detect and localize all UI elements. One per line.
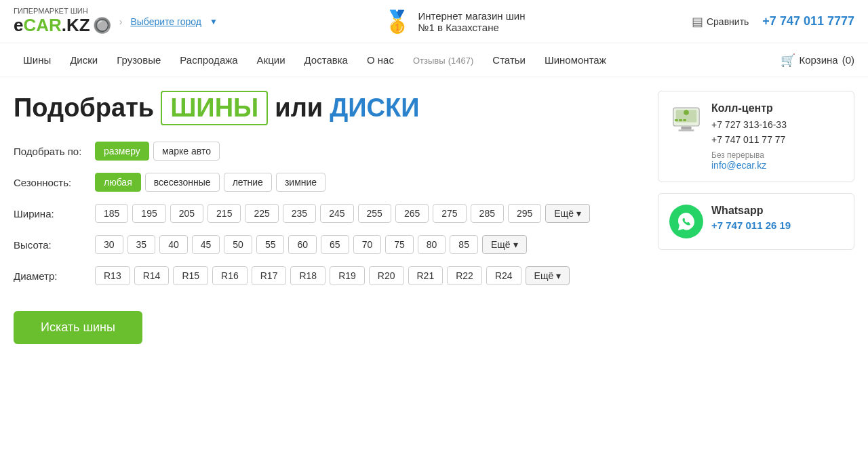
whatsapp-info: Whatsapp +7 747 011 26 19 [711, 205, 791, 231]
diameter-r19[interactable]: R19 [330, 266, 365, 285]
width-285[interactable]: 285 [471, 204, 504, 223]
tagline-line1: Интернет магазин шин [418, 10, 525, 22]
width-255[interactable]: 255 [358, 204, 391, 223]
call-center-title: Колл-центр [711, 102, 787, 114]
diameter-r20[interactable]: R20 [369, 266, 404, 285]
whatsapp-icon [669, 205, 703, 238]
diameter-r22[interactable]: R22 [447, 266, 482, 285]
height-75[interactable]: 75 [385, 235, 414, 254]
width-235[interactable]: 235 [283, 204, 316, 223]
nav-item-dostavka[interactable]: Доставка [295, 50, 357, 70]
search-button[interactable]: Искать шины [14, 311, 142, 344]
logo-main: eCAR.KZ [14, 15, 90, 36]
season-option-all[interactable]: всесезонные [145, 173, 220, 192]
header-left: ГИПЕРМАРКЕТ ШИН eCAR.KZ 🔘 › Выберите гор… [14, 7, 218, 36]
nav-item-shinomontazh[interactable]: Шиномонтаж [535, 50, 616, 70]
height-55[interactable]: 55 [256, 235, 285, 254]
chevron-down-icon: ▾ [576, 208, 581, 219]
nav-item-stati[interactable]: Статьи [483, 50, 535, 70]
call-center-email[interactable]: info@ecar.kz [711, 160, 787, 171]
nav-item-shiny[interactable]: Шины [14, 50, 60, 70]
filter-season-label: Сезонность: [14, 177, 95, 188]
header: ГИПЕРМАРКЕТ ШИН eCAR.KZ 🔘 › Выберите гор… [0, 0, 868, 43]
filter-height: Высота: 30 35 40 45 50 55 60 65 70 75 80… [14, 235, 644, 254]
cart-button[interactable]: 🛒 Корзина (0) [781, 53, 854, 68]
svg-point-4 [684, 110, 689, 115]
width-225[interactable]: 225 [245, 204, 278, 223]
nav-item-o-nas[interactable]: О нас [357, 50, 403, 70]
width-195[interactable]: 195 [132, 204, 165, 223]
filter-width-label: Ширина: [14, 208, 95, 219]
diameter-r17[interactable]: R17 [252, 266, 287, 285]
svg-rect-3 [679, 129, 694, 131]
diameter-r14[interactable]: R14 [134, 266, 170, 285]
call-center-info: Колл-центр +7 727 313-16-33 +7 747 011 7… [711, 102, 787, 171]
diameter-r21[interactable]: R21 [408, 266, 443, 285]
nav-item-diski[interactable]: Диски [60, 50, 107, 70]
nav-item-rasprodazha[interactable]: Распродажа [170, 50, 247, 70]
height-60[interactable]: 60 [288, 235, 317, 254]
height-80[interactable]: 80 [418, 235, 446, 254]
height-85[interactable]: 85 [450, 235, 478, 254]
height-30[interactable]: 30 [95, 235, 123, 254]
width-295[interactable]: 295 [508, 204, 541, 223]
width-215[interactable]: 215 [208, 204, 241, 223]
width-185[interactable]: 185 [95, 204, 128, 223]
height-more-button[interactable]: Ещё ▾ [482, 235, 527, 254]
heading-diski: ДИСКИ [330, 93, 419, 123]
logo-tagline: ГИПЕРМАРКЕТ ШИН [14, 7, 111, 15]
width-more-button[interactable]: Ещё ▾ [545, 204, 590, 223]
height-45[interactable]: 45 [192, 235, 220, 254]
season-options: любая всесезонные летние зимние [95, 173, 326, 192]
width-265[interactable]: 265 [395, 204, 429, 223]
height-70[interactable]: 70 [353, 235, 382, 254]
diameter-options: R13 R14 R15 R16 R17 R18 R19 R20 R21 R22 … [95, 266, 570, 285]
header-phone[interactable]: +7 747 011 7777 [762, 14, 854, 28]
diameter-r24[interactable]: R24 [486, 266, 521, 285]
page-heading: Подобрать ШИНЫ или ДИСКИ [14, 91, 644, 125]
height-40[interactable]: 40 [159, 235, 188, 254]
diameter-r18[interactable]: R18 [290, 266, 326, 285]
compare-button[interactable]: ▤ Сравнить [692, 14, 749, 29]
whatsapp-phone[interactable]: +7 747 011 26 19 [711, 219, 791, 231]
heading-middle: или [275, 93, 323, 123]
cart-icon: 🛒 [781, 53, 795, 68]
city-selector[interactable]: Выберите город [130, 16, 201, 27]
height-options: 30 35 40 45 50 55 60 65 70 75 80 85 Ещё … [95, 235, 527, 254]
season-option-summer[interactable]: летние [224, 173, 272, 192]
main-content: Подобрать ШИНЫ или ДИСКИ Подобрать по: р… [0, 77, 868, 344]
whatsapp-card: Whatsapp +7 747 011 26 19 [658, 193, 854, 250]
heading-shiny: ШИНЫ [161, 91, 268, 125]
podbrat-options: размеру марке авто [95, 142, 220, 161]
height-35[interactable]: 35 [127, 235, 156, 254]
city-dropdown-icon: ▼ [210, 17, 218, 26]
season-option-winter[interactable]: зимние [276, 173, 326, 192]
diameter-r13[interactable]: R13 [95, 266, 130, 285]
nav-item-gruzovye[interactable]: Грузовые [107, 50, 170, 70]
nav-item-aktsii[interactable]: Акции [248, 50, 295, 70]
sidebar: Колл-центр +7 727 313-16-33 +7 747 011 7… [658, 91, 854, 344]
chevron-down-icon: ▾ [513, 239, 518, 250]
header-right: ▤ Сравнить +7 747 011 7777 [692, 14, 854, 29]
height-65[interactable]: 65 [321, 235, 349, 254]
width-205[interactable]: 205 [170, 204, 203, 223]
svg-rect-6 [679, 119, 682, 121]
width-275[interactable]: 275 [433, 204, 466, 223]
diameter-more-button[interactable]: Ещё ▾ [526, 266, 570, 285]
season-option-any[interactable]: любая [95, 173, 141, 192]
diameter-r15[interactable]: R15 [173, 266, 208, 285]
podbrat-option-marka[interactable]: марке авто [153, 142, 220, 161]
call-center-card: Колл-центр +7 727 313-16-33 +7 747 011 7… [658, 91, 854, 182]
diameter-r16[interactable]: R16 [212, 266, 248, 285]
cart-count: (0) [842, 54, 854, 66]
medal-icon: 🥇 [384, 9, 411, 35]
podbrat-option-razmer[interactable]: размеру [95, 142, 149, 161]
compare-icon: ▤ [692, 14, 703, 29]
compare-label: Сравнить [707, 16, 749, 27]
logo-wheels-icon: 🔘 [93, 17, 111, 35]
height-50[interactable]: 50 [224, 235, 252, 254]
width-245[interactable]: 245 [320, 204, 353, 223]
nav-item-otzyvy[interactable]: Отзывы (1467) [403, 50, 483, 70]
svg-rect-5 [675, 119, 678, 121]
header-center: 🥇 Интернет магазин шин №1 в Казахстане [384, 9, 525, 35]
